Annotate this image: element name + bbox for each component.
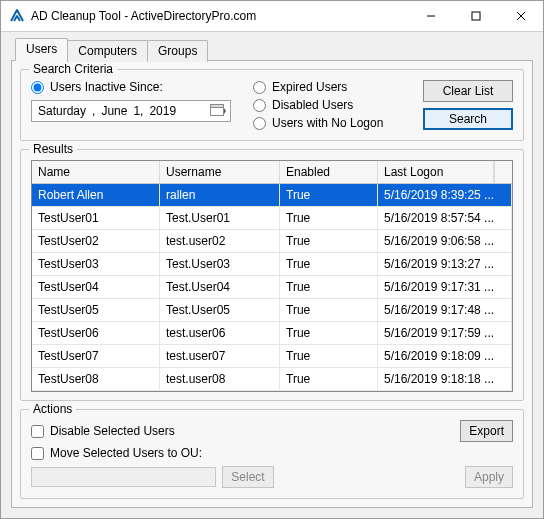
radio-expired-input[interactable]	[253, 81, 266, 94]
date-value: Saturday , June 1, 2019	[38, 104, 176, 118]
checkbox-disable-input[interactable]	[31, 425, 44, 438]
radio-disabled-input[interactable]	[253, 99, 266, 112]
table-cell: TestUser07	[32, 345, 160, 367]
export-button[interactable]: Export	[460, 420, 513, 442]
radio-no-logon-label: Users with No Logon	[272, 116, 383, 130]
table-cell: Test.User04	[160, 276, 280, 298]
tab-groups[interactable]: Groups	[147, 40, 208, 62]
grid-body[interactable]: Robert AllenrallenTrue5/16/2019 8:39:25 …	[32, 184, 512, 391]
table-row[interactable]: TestUser01Test.User01True5/16/2019 8:57:…	[32, 207, 512, 230]
table-cell: TestUser01	[32, 207, 160, 229]
table-cell: True	[280, 276, 378, 298]
table-cell: Test.User03	[160, 253, 280, 275]
radio-disabled-users[interactable]: Disabled Users	[253, 98, 411, 112]
table-cell: 5/16/2019 8:57:54 ...	[378, 207, 512, 229]
table-row[interactable]: Robert AllenrallenTrue5/16/2019 8:39:25 …	[32, 184, 512, 207]
radio-inactive-since-label: Users Inactive Since:	[50, 80, 163, 94]
radio-expired-users[interactable]: Expired Users	[253, 80, 411, 94]
svg-rect-1	[472, 12, 480, 20]
tab-panel-users: Search Criteria Users Inactive Since: Sa…	[11, 60, 533, 508]
app-window: AD Cleanup Tool - ActiveDirectoryPro.com…	[0, 0, 544, 519]
results-grid[interactable]: Name Username Enabled Last Logon Robert …	[31, 160, 513, 392]
table-cell: test.user07	[160, 345, 280, 367]
table-cell: TestUser05	[32, 299, 160, 321]
title-bar: AD Cleanup Tool - ActiveDirectoryPro.com	[1, 1, 543, 32]
table-row[interactable]: TestUser06test.user06True5/16/2019 9:17:…	[32, 322, 512, 345]
table-cell: 5/16/2019 9:17:59 ...	[378, 322, 512, 344]
minimize-button[interactable]	[408, 1, 453, 31]
search-criteria-legend: Search Criteria	[29, 62, 117, 76]
table-cell: True	[280, 253, 378, 275]
table-row[interactable]: TestUser07test.user07True5/16/2019 9:18:…	[32, 345, 512, 368]
close-button[interactable]	[498, 1, 543, 31]
window-title: AD Cleanup Tool - ActiveDirectoryPro.com	[31, 9, 408, 23]
table-cell: Robert Allen	[32, 184, 160, 206]
svg-rect-5	[211, 105, 224, 108]
col-header-lastlogon[interactable]: Last Logon	[378, 161, 494, 183]
table-cell: test.user02	[160, 230, 280, 252]
tab-strip: Users Computers Groups	[11, 38, 533, 61]
tab-users[interactable]: Users	[15, 38, 68, 61]
table-row[interactable]: TestUser05Test.User05True5/16/2019 9:17:…	[32, 299, 512, 322]
window-controls	[408, 1, 543, 31]
col-header-username[interactable]: Username	[160, 161, 280, 183]
clear-list-button[interactable]: Clear List	[423, 80, 513, 102]
calendar-dropdown-icon[interactable]	[210, 104, 226, 118]
app-logo-icon	[9, 8, 25, 24]
table-cell: test.user06	[160, 322, 280, 344]
radio-no-logon[interactable]: Users with No Logon	[253, 116, 411, 130]
table-cell: True	[280, 368, 378, 390]
table-cell: TestUser04	[32, 276, 160, 298]
radio-disabled-label: Disabled Users	[272, 98, 353, 112]
table-cell: TestUser02	[32, 230, 160, 252]
radio-inactive-since[interactable]: Users Inactive Since:	[31, 80, 241, 94]
date-picker[interactable]: Saturday , June 1, 2019	[31, 100, 231, 122]
table-row[interactable]: TestUser03Test.User03True5/16/2019 9:13:…	[32, 253, 512, 276]
grid-header: Name Username Enabled Last Logon	[32, 161, 512, 184]
radio-expired-label: Expired Users	[272, 80, 347, 94]
table-cell: 5/16/2019 8:39:25 ...	[378, 184, 512, 206]
table-cell: True	[280, 299, 378, 321]
ou-path-input	[31, 467, 216, 487]
checkbox-move-label: Move Selected Users to OU:	[50, 446, 202, 460]
table-cell: Test.User05	[160, 299, 280, 321]
table-cell: True	[280, 230, 378, 252]
results-group: Results Name Username Enabled Last Logon…	[20, 149, 524, 401]
table-cell: 5/16/2019 9:17:48 ...	[378, 299, 512, 321]
table-cell: 5/16/2019 9:06:58 ...	[378, 230, 512, 252]
table-cell: True	[280, 322, 378, 344]
tab-computers[interactable]: Computers	[67, 40, 148, 62]
table-cell: rallen	[160, 184, 280, 206]
checkbox-disable-users[interactable]: Disable Selected Users	[31, 424, 175, 438]
table-cell: 5/16/2019 9:17:31 ...	[378, 276, 512, 298]
apply-button: Apply	[465, 466, 513, 488]
col-header-enabled[interactable]: Enabled	[280, 161, 378, 183]
select-ou-button: Select	[222, 466, 273, 488]
table-cell: 5/16/2019 9:13:27 ...	[378, 253, 512, 275]
table-row[interactable]: TestUser04Test.User04True5/16/2019 9:17:…	[32, 276, 512, 299]
table-row[interactable]: TestUser02test.user02True5/16/2019 9:06:…	[32, 230, 512, 253]
results-legend: Results	[29, 142, 77, 156]
checkbox-move-input[interactable]	[31, 447, 44, 460]
table-row[interactable]: TestUser08test.user08True5/16/2019 9:18:…	[32, 368, 512, 391]
table-cell: True	[280, 207, 378, 229]
table-cell: 5/16/2019 9:18:09 ...	[378, 345, 512, 367]
table-cell: Test.User01	[160, 207, 280, 229]
actions-group: Actions Disable Selected Users Export Mo…	[20, 409, 524, 499]
search-button[interactable]: Search	[423, 108, 513, 130]
checkbox-disable-label: Disable Selected Users	[50, 424, 175, 438]
table-cell: TestUser06	[32, 322, 160, 344]
table-cell: True	[280, 184, 378, 206]
table-cell: test.user08	[160, 368, 280, 390]
window-body: Users Computers Groups Search Criteria U…	[1, 32, 543, 518]
table-cell: TestUser08	[32, 368, 160, 390]
maximize-button[interactable]	[453, 1, 498, 31]
table-cell: True	[280, 345, 378, 367]
radio-inactive-since-input[interactable]	[31, 81, 44, 94]
radio-no-logon-input[interactable]	[253, 117, 266, 130]
checkbox-move-ou[interactable]: Move Selected Users to OU:	[31, 446, 513, 460]
search-criteria-group: Search Criteria Users Inactive Since: Sa…	[20, 69, 524, 141]
table-cell: TestUser03	[32, 253, 160, 275]
table-cell: 5/16/2019 9:18:18 ...	[378, 368, 512, 390]
col-header-name[interactable]: Name	[32, 161, 160, 183]
